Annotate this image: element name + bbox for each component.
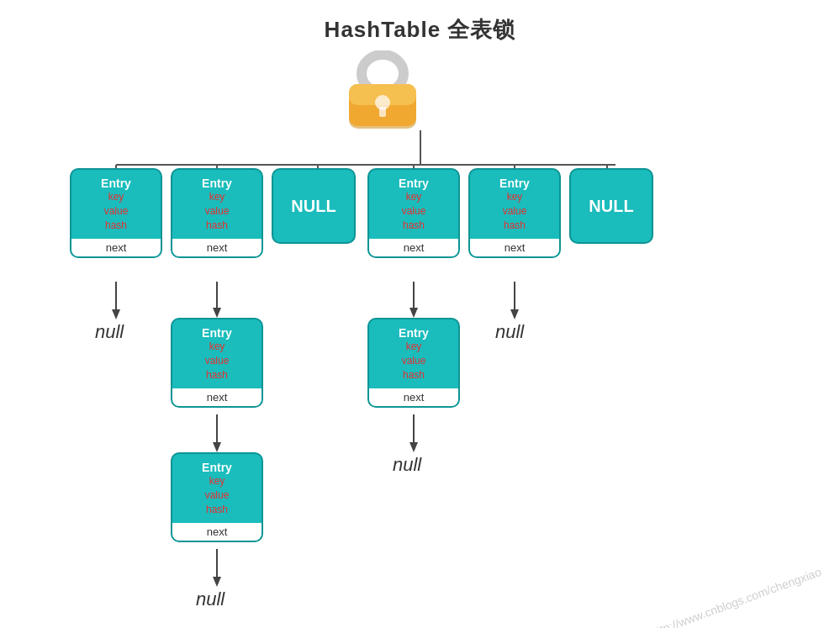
svg-rect-27 bbox=[379, 107, 386, 117]
watermark: http://www.cnblogs.com/chengxiao bbox=[649, 565, 823, 628]
entry-label-chain2-2: Entry bbox=[177, 461, 256, 474]
entry-next-2: next bbox=[172, 239, 262, 256]
entry-label-chain2-1: Entry bbox=[177, 326, 256, 340]
svg-marker-19 bbox=[409, 442, 418, 452]
entry-fields-1: keyvaluehash bbox=[77, 190, 156, 232]
entry-box-chain2-2: Entry keyvaluehash next bbox=[171, 452, 263, 542]
svg-marker-21 bbox=[510, 309, 519, 319]
null-label-1: NULL bbox=[291, 197, 335, 216]
entry-box-1: Entry keyvaluehash next bbox=[70, 168, 162, 258]
page-title: HashTable 全表锁 bbox=[0, 0, 840, 45]
entry-next-5: next bbox=[470, 239, 559, 256]
null-text-chain4: null bbox=[495, 321, 524, 343]
svg-marker-17 bbox=[409, 308, 418, 318]
null-text-chain2: null bbox=[196, 588, 225, 610]
entry-box-chain3-1: Entry keyvaluehash next bbox=[367, 318, 460, 408]
null-box-1: NULL bbox=[272, 168, 356, 244]
entry-label-chain3-1: Entry bbox=[374, 326, 453, 340]
entry-label-1: Entry bbox=[77, 177, 156, 190]
entry-next-chain2-1: next bbox=[172, 388, 262, 406]
entry-label-5: Entry bbox=[475, 177, 554, 190]
null-box-2: NULL bbox=[569, 168, 653, 244]
entry-box-chain2-1: Entry keyvaluehash next bbox=[171, 318, 263, 408]
entry-box-2: Entry keyvaluehash next bbox=[171, 168, 263, 258]
entry-fields-chain2-2: keyvaluehash bbox=[177, 474, 256, 516]
svg-marker-11 bbox=[213, 308, 221, 318]
null-label-2: NULL bbox=[589, 197, 633, 216]
entry-label-4: Entry bbox=[374, 177, 453, 190]
null-text-chain1: null bbox=[95, 321, 124, 343]
entry-next-chain2-2: next bbox=[172, 523, 262, 541]
entry-fields-chain2-1: keyvaluehash bbox=[177, 340, 256, 382]
svg-marker-15 bbox=[213, 577, 221, 587]
entry-next-4: next bbox=[369, 239, 458, 256]
entry-next-chain3-1: next bbox=[369, 388, 458, 406]
entry-fields-5: keyvaluehash bbox=[475, 190, 554, 232]
entry-fields-4: keyvaluehash bbox=[374, 190, 453, 232]
entry-next-1: next bbox=[71, 239, 161, 256]
entry-fields-chain3-1: keyvaluehash bbox=[374, 340, 453, 382]
entry-fields-2: keyvaluehash bbox=[177, 190, 256, 232]
entry-box-5: Entry keyvaluehash next bbox=[468, 168, 561, 258]
svg-marker-13 bbox=[213, 442, 221, 452]
null-text-chain3: null bbox=[393, 454, 421, 476]
entry-box-4: Entry keyvaluehash next bbox=[367, 168, 460, 258]
lock-icon bbox=[345, 50, 420, 130]
svg-marker-9 bbox=[112, 309, 120, 319]
entry-label-2: Entry bbox=[177, 177, 256, 190]
